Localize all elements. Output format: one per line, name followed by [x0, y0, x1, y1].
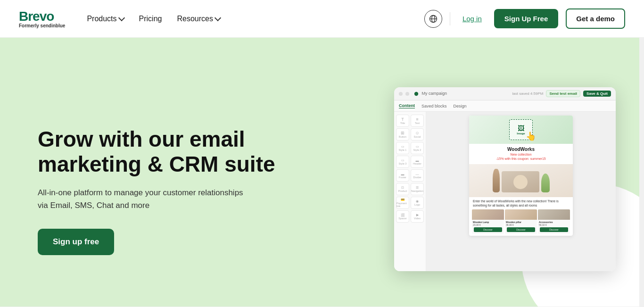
sidebar-block-style3[interactable]: ▭ Style 3 — [396, 156, 409, 168]
product-card-2: Accessories 56,02 € Discover — [538, 209, 570, 234]
editor-sidebar: T Title ≡ Text ⊞ Button ☺ Social — [394, 112, 426, 271]
product-info-0: Wooden Lamp 23,00 € Discover — [472, 220, 504, 234]
sidebar-block-style2[interactable]: ▭ Style 2 — [411, 142, 424, 154]
sidebar-block-video[interactable]: ▶ Video — [411, 210, 424, 223]
product-image-0 — [472, 209, 504, 220]
demo-button[interactable]: Get a demo — [566, 8, 625, 29]
social-icon: ☺ — [415, 131, 419, 135]
nav-resources[interactable]: Resources — [170, 11, 226, 27]
topbar-dot — [399, 92, 403, 96]
product-image-1 — [505, 209, 537, 220]
sidebar-block-product[interactable]: ⊡ Product — [396, 183, 409, 195]
sidebar-block-logo[interactable]: ◉ Logo — [411, 197, 424, 209]
language-button[interactable] — [424, 10, 442, 28]
nav-pricing[interactable]: Pricing — [132, 11, 169, 27]
logo-text: Brevo — [19, 9, 65, 24]
email-brand-section: WoodWorks New collection -15% with this … — [469, 144, 573, 164]
furniture-sphere — [513, 175, 528, 189]
button-icon: ⊞ — [401, 131, 405, 135]
email-products-grid: Wooden Lamp 23,00 € Discover Wooden pill… — [469, 209, 573, 236]
globe-icon — [429, 15, 438, 23]
image-placeholder: 🖼 Image 👆 — [509, 119, 533, 140]
product-card-0: Wooden Lamp 23,00 € Discover — [472, 209, 504, 234]
discover-btn-2[interactable]: Discover — [540, 227, 568, 232]
sidebar-block-footer[interactable]: ▬ Footer — [396, 169, 409, 182]
furniture-plant — [541, 174, 550, 192]
sidebar-block-spacer[interactable]: ⬜ Spacer — [396, 210, 409, 223]
cursor-hand-icon: 👆 — [526, 131, 536, 141]
discover-btn-1[interactable]: Discover — [507, 227, 535, 232]
nav-divider — [450, 12, 450, 25]
nav-links: Products Pricing Resources — [80, 11, 227, 27]
editor-tabs: Content Saved blocks Design — [394, 100, 616, 112]
sidebar-block-divider[interactable]: — Divider — [411, 169, 424, 182]
nav-products[interactable]: Products — [80, 11, 130, 27]
chevron-down-icon — [215, 15, 221, 21]
editor-title: My campaign — [414, 91, 510, 96]
furniture-vase — [493, 169, 500, 192]
brand-name: WoodWorks — [473, 147, 569, 152]
topbar-dot — [405, 92, 409, 96]
sidebar-block-text[interactable]: ≡ Text — [411, 115, 424, 127]
hero-cta-button[interactable]: Sign up free — [38, 229, 114, 255]
sidebar-block-header[interactable]: ▬ Header — [411, 156, 424, 168]
hero-subtitle: All-in-one platform to manage your custo… — [38, 186, 255, 212]
send-test-button[interactable]: Send test email — [546, 90, 580, 97]
text-icon: T — [401, 117, 404, 122]
product-info-1: Wooden pillar 38,99 € Discover — [505, 220, 537, 234]
sidebar-block-style1[interactable]: ▭ Style 1 — [396, 142, 409, 154]
nav-left: Brevo Formerly sendinblue Products Prici… — [19, 9, 227, 28]
tab-design[interactable]: Design — [454, 104, 467, 108]
sidebar-block-social[interactable]: ☺ Social — [411, 128, 424, 141]
hero-image-area: My campaign last saved 4:59PM Send test … — [292, 78, 625, 295]
editor-topbar: My campaign last saved 4:59PM Send test … — [394, 87, 616, 100]
save-quit-button[interactable]: Save & Quit — [583, 91, 611, 97]
navbar: Brevo Formerly sendinblue Products Prici… — [0, 0, 644, 38]
tab-saved-blocks[interactable]: Saved blocks — [421, 104, 447, 108]
chevron-down-icon — [118, 15, 124, 21]
promo-line1: New collection — [473, 153, 569, 156]
sidebar-block-payment[interactable]: 💳 Payment link — [396, 197, 409, 209]
brevo-icon — [414, 91, 419, 96]
furniture-shelf — [502, 171, 539, 192]
list-icon: ≡ — [416, 117, 418, 122]
email-header-image: 🖼 Image 👆 — [469, 116, 573, 144]
furniture-items — [491, 167, 552, 194]
svg-point-3 — [414, 92, 418, 96]
tab-content[interactable]: Content — [399, 103, 415, 108]
hero-title: Grow with our email marketing & CRM suit… — [38, 127, 292, 177]
discover-btn-0[interactable]: Discover — [474, 227, 502, 232]
editor-mockup: My campaign last saved 4:59PM Send test … — [394, 87, 616, 271]
editor-body: T Title ≡ Text ⊞ Button ☺ Social — [394, 112, 616, 271]
promo-line2: -15% with this coupon: summer15 — [473, 157, 569, 160]
email-preview: 🖼 Image 👆 WoodWorks New collection -15% … — [469, 116, 573, 236]
editor-saved-time: last saved 4:59PM — [512, 91, 544, 96]
sidebar-block-title[interactable]: T Title — [396, 115, 409, 127]
login-button[interactable]: Log in — [458, 12, 487, 25]
hero-section: Grow with our email marketing & CRM suit… — [0, 38, 644, 307]
sidebar-block-nav[interactable]: ☰ Navigation — [411, 183, 424, 195]
sidebar-block-button[interactable]: ⊞ Button — [396, 128, 409, 141]
image-icon: 🖼 — [518, 124, 524, 132]
product-info-2: Accessories 56,02 € Discover — [538, 220, 570, 234]
product-card-1: Wooden pillar 38,99 € Discover — [505, 209, 537, 234]
scrollbar[interactable] — [639, 0, 644, 307]
email-furniture-image — [469, 164, 573, 197]
email-description: Enter the world of WoodWorks with the ne… — [469, 197, 573, 209]
logo-sub: Formerly sendinblue — [19, 23, 65, 28]
signup-button[interactable]: Sign Up Free — [494, 9, 559, 28]
logo: Brevo Formerly sendinblue — [19, 9, 65, 28]
nav-right: Log in Sign Up Free Get a demo — [424, 8, 625, 29]
editor-canvas: 🖼 Image 👆 WoodWorks New collection -15% … — [426, 112, 616, 271]
product-image-2 — [538, 209, 570, 220]
hero-content: Grow with our email marketing & CRM suit… — [38, 117, 292, 255]
